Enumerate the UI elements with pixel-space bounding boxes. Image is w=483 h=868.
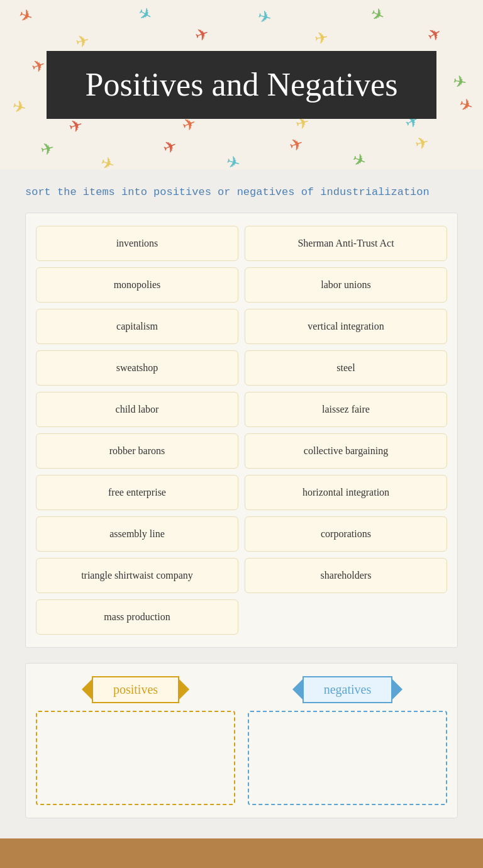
negatives-banner: negatives: [303, 676, 393, 703]
airplane-decoration: ✈: [160, 135, 181, 159]
airplane-decoration: ✈: [10, 96, 28, 119]
airplane-decoration: ✈: [424, 23, 446, 47]
header-background: ✈✈✈✈✈✈✈✈✈✈✈✈✈✈✈✈✈✈✈✈✈✈✈✈✈✈✈✈✈✈✈✈ Positiv…: [0, 0, 483, 170]
sort-item[interactable]: Sherman Anti-Trust Act: [245, 226, 447, 261]
positives-zone-wrapper: positives: [36, 676, 235, 805]
sort-item[interactable]: shareholders: [245, 558, 447, 593]
sort-item[interactable]: collective bargaining: [245, 433, 447, 469]
sort-item[interactable]: child labor: [36, 392, 238, 427]
sort-item[interactable]: labor unions: [245, 267, 447, 303]
airplane-decoration: ✈: [28, 55, 48, 78]
sort-item[interactable]: robber barons: [36, 433, 238, 469]
airplane-decoration: ✈: [39, 138, 57, 160]
negatives-drop-zone[interactable]: [248, 711, 447, 805]
sort-item[interactable]: corporations: [245, 516, 447, 552]
sort-item[interactable]: mass production: [36, 599, 238, 635]
title-box: Positives and Negatives: [47, 51, 436, 119]
airplane-decoration: ✈: [224, 152, 243, 170]
sort-item[interactable]: horizontal integration: [245, 475, 447, 510]
items-grid: inventionsSherman Anti-Trust Actmonopoli…: [36, 226, 447, 635]
positives-drop-zone[interactable]: [36, 711, 235, 805]
airplane-decoration: ✈: [413, 132, 431, 155]
airplane-decoration: ✈: [135, 3, 157, 27]
positives-banner-container: positives: [36, 676, 235, 703]
drop-zones-container: positives negatives: [25, 663, 458, 818]
sort-item[interactable]: free enterprise: [36, 475, 238, 510]
sort-container: inventionsSherman Anti-Trust Actmonopoli…: [25, 213, 458, 648]
page-title: Positives and Negatives: [77, 66, 406, 104]
sort-item[interactable]: laissez faire: [245, 392, 447, 427]
airplane-decoration: ✈: [98, 152, 118, 170]
sort-item[interactable]: assembly line: [36, 516, 238, 552]
positives-banner: positives: [92, 676, 179, 703]
airplane-decoration: ✈: [16, 4, 35, 28]
negatives-zone-wrapper: negatives: [248, 676, 447, 805]
sort-item[interactable]: capitalism: [36, 309, 238, 344]
airplane-decoration: ✈: [255, 6, 274, 29]
airplane-decoration: ✈: [367, 3, 388, 26]
airplane-decoration: ✈: [313, 27, 330, 48]
airplane-decoration: ✈: [456, 94, 475, 117]
instruction-text: sort the items into positives or negativ…: [25, 185, 458, 200]
sort-item[interactable]: sweatshop: [36, 350, 238, 386]
airplane-decoration: ✈: [192, 23, 211, 47]
sort-item[interactable]: steel: [245, 350, 447, 386]
cardboard-bottom: [0, 838, 483, 868]
sort-item[interactable]: monopolies: [36, 267, 238, 303]
airplane-decoration: ✈: [349, 149, 369, 170]
airplane-decoration: ✈: [451, 71, 468, 92]
empty-cell: [245, 599, 447, 635]
airplane-decoration: ✈: [286, 133, 306, 157]
sort-item[interactable]: vertical integration: [245, 309, 447, 344]
main-content: sort the items into positives or negativ…: [0, 170, 483, 838]
sort-item[interactable]: triangle shirtwaist company: [36, 558, 238, 593]
airplane-decoration: ✈: [73, 30, 91, 53]
sort-item[interactable]: inventions: [36, 226, 238, 261]
negatives-banner-container: negatives: [248, 676, 447, 703]
